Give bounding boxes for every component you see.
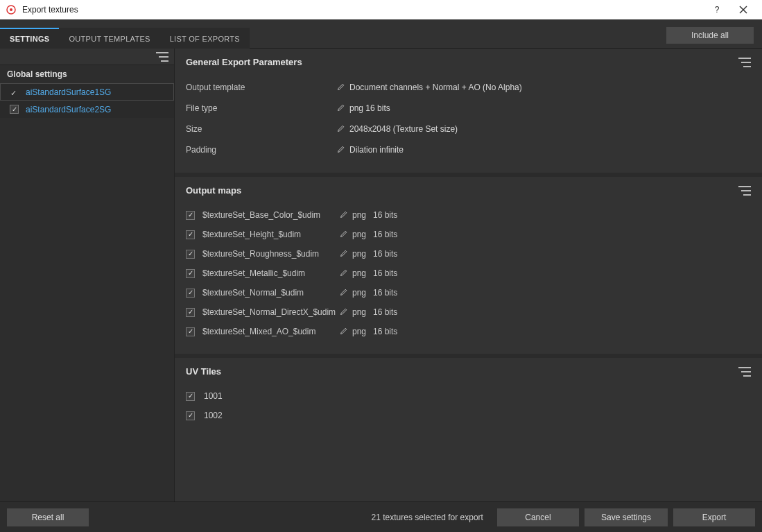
- param-value: Document channels + Normal + AO (No Alph…: [349, 83, 522, 92]
- section-output-maps: Output maps $textureSet_Base_Color_$udim…: [175, 177, 762, 358]
- param-label: Padding: [186, 145, 333, 155]
- footer: Reset all 21 textures selected for expor…: [0, 501, 762, 532]
- output-map-row: $textureSet_Mixed_AO_$udimpng16 bits: [186, 322, 751, 341]
- map-bits: 16 bits: [373, 288, 397, 298]
- save-settings-button[interactable]: Save settings: [585, 508, 668, 526]
- section-menu-icon[interactable]: [738, 367, 751, 377]
- edit-icon[interactable]: [336, 327, 352, 337]
- texture-set-label: aiStandardSurface2SG: [26, 105, 111, 114]
- tabs: SETTINGS OUTPUT TEMPLATES LIST OF EXPORT…: [0, 19, 250, 48]
- sidebar: Global settings aiStandardSurface1SG aiS…: [0, 49, 175, 501]
- map-name: $textureSet_Base_Color_$udim: [202, 210, 336, 220]
- map-bits: 16 bits: [373, 268, 397, 278]
- map-bits: 16 bits: [373, 249, 397, 259]
- export-button[interactable]: Export: [673, 508, 755, 526]
- param-row: Size2048x2048 (Texture Set size): [186, 119, 751, 139]
- texture-set-item[interactable]: aiStandardSurface1SG: [0, 83, 174, 101]
- texture-set-label: aiStandardSurface1SG: [26, 87, 111, 97]
- map-checkbox[interactable]: [186, 250, 195, 259]
- map-bits: 16 bits: [373, 327, 397, 336]
- map-checkbox[interactable]: [186, 230, 195, 239]
- tab-settings[interactable]: SETTINGS: [0, 28, 59, 49]
- map-filetype: png: [352, 268, 373, 278]
- section-general: General Export Parameters Output templat…: [175, 49, 762, 177]
- edit-icon[interactable]: [336, 210, 352, 221]
- map-name: $textureSet_Normal_$udim: [202, 288, 336, 298]
- content: General Export Parameters Output templat…: [175, 49, 762, 501]
- sidebar-menu-icon[interactable]: [156, 52, 168, 62]
- main: Global settings aiStandardSurface1SG aiS…: [0, 49, 762, 501]
- map-checkbox[interactable]: [186, 269, 195, 278]
- param-value: png 16 bits: [349, 103, 390, 113]
- app-icon: [6, 4, 17, 15]
- param-label: File type: [186, 103, 333, 113]
- map-checkbox[interactable]: [186, 289, 195, 298]
- map-filetype: png: [352, 327, 373, 336]
- edit-icon[interactable]: [336, 307, 352, 318]
- top-area: SETTINGS OUTPUT TEMPLATES LIST OF EXPORT…: [0, 19, 762, 49]
- edit-icon[interactable]: [333, 124, 349, 135]
- edit-icon[interactable]: [333, 83, 349, 93]
- map-name: $textureSet_Metallic_$udim: [202, 268, 336, 278]
- edit-icon[interactable]: [336, 268, 352, 279]
- uv-tile-row: 1002: [186, 406, 751, 425]
- output-map-row: $textureSet_Height_$udimpng16 bits: [186, 225, 751, 244]
- map-filetype: png: [352, 307, 373, 317]
- texture-set-item[interactable]: aiStandardSurface2SG: [0, 101, 174, 118]
- help-button[interactable]: ?: [704, 0, 730, 19]
- map-name: $textureSet_Height_$udim: [202, 230, 336, 239]
- map-filetype: png: [352, 230, 373, 239]
- map-name: $textureSet_Roughness_$udim: [202, 249, 336, 259]
- edit-icon[interactable]: [333, 145, 349, 155]
- cancel-button[interactable]: Cancel: [497, 508, 579, 526]
- map-bits: 16 bits: [373, 230, 397, 239]
- output-map-row: $textureSet_Normal_$udimpng16 bits: [186, 283, 751, 302]
- checkbox-icon[interactable]: [10, 105, 19, 114]
- output-map-row: $textureSet_Normal_DirectX_$udimpng16 bi…: [186, 302, 751, 322]
- map-checkbox[interactable]: [186, 308, 195, 317]
- map-filetype: png: [352, 288, 373, 298]
- map-checkbox[interactable]: [186, 211, 195, 220]
- tile-checkbox[interactable]: [186, 411, 195, 420]
- param-row: PaddingDilation infinite: [186, 139, 751, 160]
- param-row: Output templateDocument channels + Norma…: [186, 77, 751, 98]
- section-menu-icon[interactable]: [738, 58, 751, 67]
- map-name: $textureSet_Mixed_AO_$udim: [202, 327, 336, 336]
- map-name: $textureSet_Normal_DirectX_$udim: [202, 307, 336, 317]
- sidebar-title: Global settings: [0, 65, 174, 83]
- close-button[interactable]: [730, 0, 756, 19]
- tile-id: 1001: [204, 391, 223, 401]
- param-value: 2048x2048 (Texture Set size): [349, 124, 458, 134]
- tile-checkbox[interactable]: [186, 392, 195, 401]
- svg-point-1: [10, 8, 12, 11]
- map-bits: 16 bits: [373, 307, 397, 317]
- output-map-row: $textureSet_Base_Color_$udimpng16 bits: [186, 205, 751, 225]
- tab-output-templates[interactable]: OUTPUT TEMPLATES: [59, 28, 159, 49]
- param-row: File typepng 16 bits: [186, 98, 751, 119]
- reset-all-button[interactable]: Reset all: [7, 508, 89, 526]
- window-title: Export textures: [22, 5, 704, 15]
- section-title: General Export Parameters: [186, 57, 738, 67]
- param-label: Size: [186, 124, 333, 134]
- uv-tile-row: 1001: [186, 386, 751, 406]
- edit-icon[interactable]: [336, 288, 352, 298]
- check-icon: [10, 88, 19, 96]
- param-value: Dilation infinite: [349, 145, 404, 155]
- section-menu-icon[interactable]: [738, 186, 751, 196]
- edit-icon[interactable]: [333, 103, 349, 114]
- sidebar-toolbar: [0, 49, 174, 65]
- output-map-row: $textureSet_Metallic_$udimpng16 bits: [186, 264, 751, 283]
- export-status: 21 textures selected for export: [372, 513, 483, 522]
- edit-icon[interactable]: [336, 249, 352, 259]
- tab-list-of-exports[interactable]: LIST OF EXPORTS: [160, 28, 250, 49]
- tile-id: 1002: [204, 411, 223, 420]
- output-map-row: $textureSet_Roughness_$udimpng16 bits: [186, 244, 751, 264]
- param-label: Output template: [186, 83, 333, 92]
- include-all-button[interactable]: Include all: [666, 27, 754, 44]
- map-filetype: png: [352, 249, 373, 259]
- section-title: Output maps: [186, 185, 738, 196]
- edit-icon[interactable]: [336, 230, 352, 240]
- titlebar: Export textures ?: [0, 0, 762, 19]
- section-uv-tiles: UV Tiles 10011002: [175, 358, 762, 453]
- map-checkbox[interactable]: [186, 327, 195, 336]
